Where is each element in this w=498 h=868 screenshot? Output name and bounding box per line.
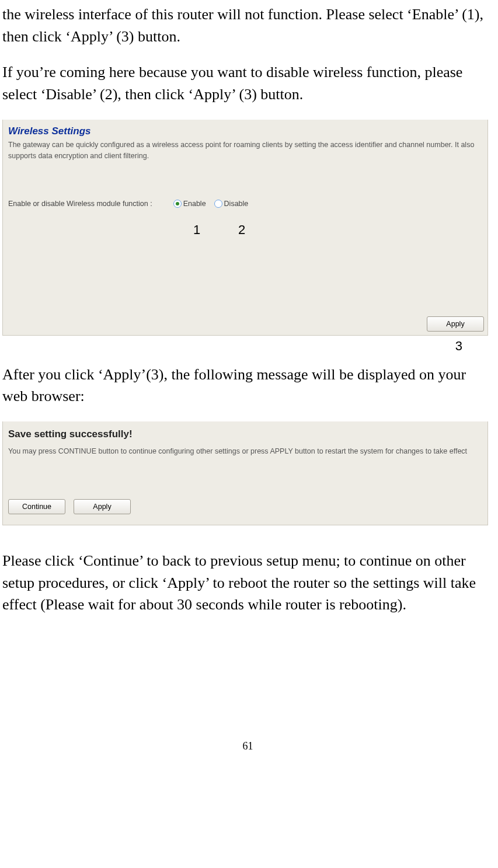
- wifi-toggle-row: Enable or disable Wireless module functi…: [8, 198, 248, 209]
- success-title: Save setting successfully!: [8, 427, 133, 442]
- disable-radio[interactable]: Disable: [214, 198, 249, 209]
- save-success-panel: Save setting successfully! You may press…: [2, 421, 488, 525]
- radio-icon: [214, 200, 222, 208]
- annotation-1: 1: [193, 221, 200, 239]
- apply-button[interactable]: Apply: [427, 316, 484, 332]
- wifi-toggle-label: Enable or disable Wireless module functi…: [8, 198, 152, 209]
- doc-paragraph-1: the wireless interface of this router wi…: [2, 4, 493, 47]
- annotation-2: 2: [238, 221, 245, 239]
- enable-radio-label: Enable: [183, 198, 206, 209]
- apply-button-2[interactable]: Apply: [74, 499, 131, 514]
- enable-radio[interactable]: Enable: [173, 198, 206, 209]
- continue-button[interactable]: Continue: [8, 499, 65, 514]
- page-number: 61: [2, 738, 493, 754]
- doc-paragraph-4: Please click ‘Continue’ to back to previ…: [2, 550, 493, 616]
- panel-subtitle: The gateway can be quickly configured as…: [8, 140, 481, 162]
- panel-title: Wireless Settings: [8, 124, 91, 139]
- doc-paragraph-2: If you’re coming here because you want t…: [2, 61, 493, 105]
- success-subtitle: You may press CONTINUE button to continu…: [8, 446, 481, 457]
- radio-icon: [173, 200, 182, 208]
- wireless-settings-panel: Wireless Settings The gateway can be qui…: [2, 120, 488, 336]
- doc-paragraph-3: After you click ‘Apply’(3), the followin…: [2, 364, 493, 407]
- disable-radio-label: Disable: [224, 198, 249, 209]
- annotation-3: 3: [2, 337, 488, 355]
